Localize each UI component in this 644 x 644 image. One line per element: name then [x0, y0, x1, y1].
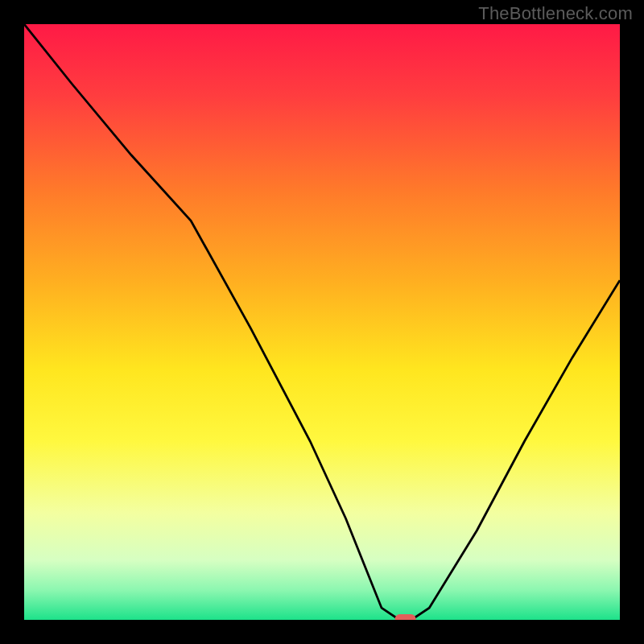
- chart-svg: [24, 24, 620, 620]
- plot-area: [24, 24, 620, 620]
- chart-frame: TheBottleneck.com: [0, 0, 644, 644]
- watermark-text: TheBottleneck.com: [478, 3, 633, 24]
- gradient-background: [24, 24, 620, 620]
- optimal-marker: [395, 614, 416, 620]
